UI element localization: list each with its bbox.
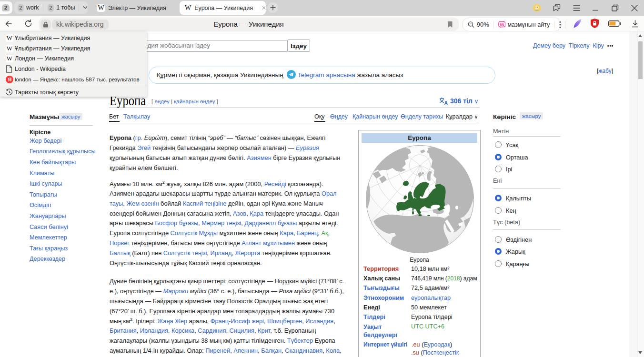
svg-text:66: 66	[500, 22, 504, 27]
svg-text:A: A	[444, 100, 448, 105]
svg-text:Я: Я	[8, 77, 12, 82]
